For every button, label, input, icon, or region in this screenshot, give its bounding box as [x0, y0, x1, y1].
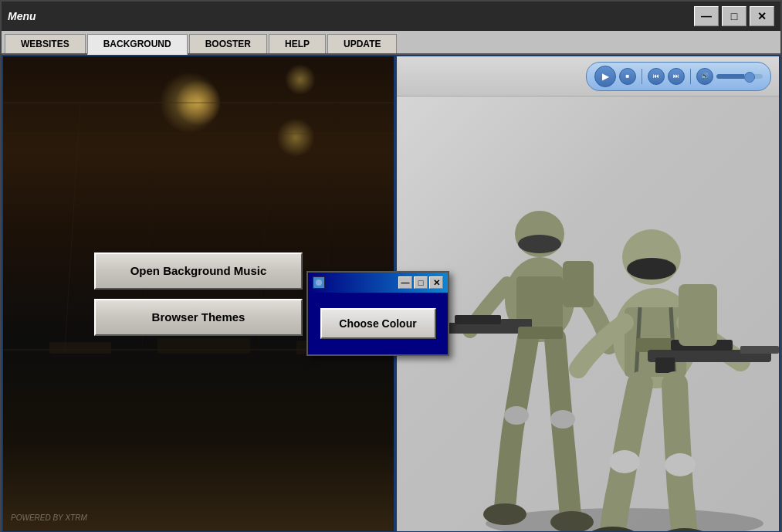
title-bar: Menu — □ ✕: [2, 2, 780, 31]
panel-buttons: Open Background Music Browser Themes: [94, 252, 303, 336]
svg-point-26: [627, 258, 676, 280]
maximize-button[interactable]: □: [722, 6, 746, 26]
mini-dialog-controls: — □ ✕: [398, 276, 443, 289]
dialog-maximize-button[interactable]: □: [414, 276, 428, 289]
window-title: Menu: [8, 10, 36, 22]
svg-rect-22: [518, 327, 563, 339]
prev-button[interactable]: ⏮: [648, 68, 665, 85]
tab-booster[interactable]: BOOSTER: [189, 34, 267, 53]
svg-rect-33: [740, 346, 779, 354]
svg-rect-16: [455, 315, 501, 324]
svg-point-41: [316, 280, 322, 286]
tab-bar: WEBSITES BACKGROUND BOOSTER HELP UPDATE: [2, 31, 780, 55]
main-window: Menu — □ ✕ WEBSITES BACKGROUND BOOSTER H…: [0, 0, 782, 532]
volume-slider[interactable]: [716, 74, 763, 79]
svg-rect-7: [49, 342, 111, 354]
media-bar: ▶ ■ ⏮ ⏭ 🔊: [397, 56, 779, 97]
choose-colour-dialog: — □ ✕ Choose Colour: [306, 271, 449, 356]
svg-rect-17: [501, 319, 532, 325]
minimize-button[interactable]: —: [694, 6, 719, 26]
title-bar-left: Menu: [8, 10, 36, 22]
separator-1: [642, 69, 642, 84]
close-button[interactable]: ✕: [750, 6, 774, 26]
svg-rect-8: [157, 338, 250, 354]
browser-themes-button[interactable]: Browser Themes: [94, 299, 303, 336]
choose-colour-button[interactable]: Choose Colour: [320, 308, 436, 339]
main-window-controls: — □ ✕: [694, 6, 774, 26]
svg-point-38: [665, 453, 696, 476]
svg-rect-39: [679, 284, 717, 346]
dialog-minimize-button[interactable]: —: [398, 276, 412, 289]
mini-dialog-title-bar: — □ ✕: [308, 273, 448, 293]
svg-line-3: [65, 103, 80, 350]
watermark: POWERED BY XTRM: [11, 513, 87, 522]
media-player: ▶ ■ ⏮ ⏭ 🔊: [586, 62, 771, 91]
stop-button[interactable]: ■: [619, 68, 636, 85]
tab-background[interactable]: BACKGROUND: [87, 34, 188, 55]
mini-dialog-body: Choose Colour: [308, 293, 448, 354]
next-button[interactable]: ⏭: [668, 68, 685, 85]
svg-rect-23: [563, 261, 594, 307]
svg-point-20: [504, 406, 529, 425]
tab-update[interactable]: UPDATE: [327, 34, 397, 53]
dialog-close-button[interactable]: ✕: [429, 276, 443, 289]
play-button[interactable]: ▶: [594, 66, 616, 87]
tab-websites[interactable]: WEBSITES: [5, 34, 86, 53]
dialog-icon-svg: [313, 277, 324, 288]
soldiers-illustration: [395, 55, 779, 531]
svg-point-21: [550, 410, 575, 429]
svg-point-13: [518, 235, 561, 253]
volume-button[interactable]: 🔊: [696, 68, 713, 85]
content-area: Open Background Music Browser Themes POW…: [2, 55, 780, 532]
open-background-music-button[interactable]: Open Background Music: [94, 252, 303, 290]
separator-2: [690, 69, 691, 84]
right-panel: ▶ ■ ⏮ ⏭ 🔊: [395, 55, 780, 532]
svg-point-18: [483, 503, 526, 525]
svg-rect-34: [655, 357, 675, 373]
tab-help[interactable]: HELP: [269, 34, 326, 53]
svg-point-37: [609, 450, 640, 473]
dialog-icon: [313, 276, 325, 289]
